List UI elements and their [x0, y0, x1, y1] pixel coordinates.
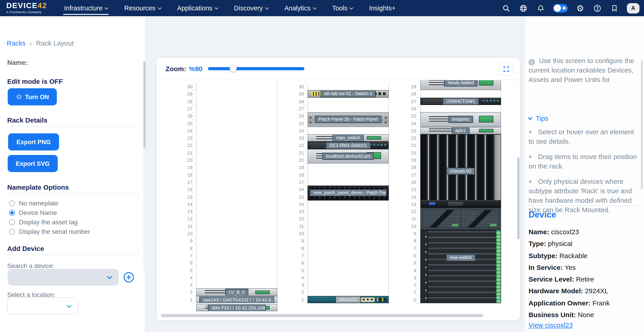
nav-item-tools[interactable]: Tools: [332, 0, 353, 16]
theme-toggle[interactable]: [553, 4, 568, 12]
rack-unit-tick: [416, 266, 420, 267]
rack-unit-tick: [192, 230, 195, 230]
rack-unit-label: 13: [294, 208, 304, 215]
rack-unit-tick: [192, 185, 195, 186]
rack-unit-tick: [416, 274, 420, 274]
rack-device-newly-added[interactable]: Newly Added: [420, 80, 501, 90]
rack-device-ups143-ga07g41017-10-42-6-125[interactable]: ups143 / GA07G41017 / 10.42.6.125: [196, 296, 277, 303]
rack-device-ibm-pdu-10-42-255-248[interactable]: IBM PDU / 10.42.255.248: [196, 304, 277, 312]
edit-mode-status: Edit mode is OFF: [7, 77, 63, 85]
rack-unit-label: 15: [406, 186, 416, 193]
canvas-vertical-scrollbar[interactable]: [517, 157, 520, 239]
device-nameplate: LV_B_0: [225, 289, 248, 296]
turn-on-button[interactable]: Turn ON: [8, 88, 57, 105]
nameplate-option-2[interactable]: Display the asset tag: [9, 219, 78, 226]
rack-unit-label: 25: [183, 120, 192, 127]
field-label: Service Level:: [528, 275, 576, 283]
add-device-plus-button[interactable]: [123, 271, 135, 283]
rack-unit-tick: [303, 222, 307, 223]
rack-device-mpo-switch[interactable]: mpo_switch: [308, 134, 389, 142]
search-icon[interactable]: [502, 3, 511, 13]
chevron-down-icon: [350, 6, 353, 9]
rack-unit-tick: [416, 252, 420, 252]
fullscreen-button[interactable]: [498, 61, 514, 77]
breadcrumb-racks-link[interactable]: Racks: [7, 39, 26, 47]
canvas-horizontal-scrollbar[interactable]: [161, 314, 483, 317]
field-label: Hardware Model:: [528, 287, 585, 295]
zoom-slider[interactable]: [208, 67, 304, 70]
logo-device-text: DEVICE: [6, 1, 38, 10]
rack-unit-tick: [303, 134, 307, 134]
rack-unit-tick: [303, 185, 307, 186]
select-location-select[interactable]: [7, 297, 78, 315]
rack-unit-label: 14: [406, 193, 416, 200]
panel-scrollbar-thumb[interactable]: [641, 60, 643, 189]
nav-item-analytics[interactable]: Analytics: [284, 0, 316, 16]
rack-unit-label: 2: [294, 289, 304, 296]
rack-device-chassis-02[interactable]: chassis-02: [420, 134, 501, 208]
rack-device-patch-panel-20-patch-panel[interactable]: Patch Panel 20 - Patch Panel: [308, 112, 389, 127]
nav-item-insights-[interactable]: Insights+: [369, 0, 396, 16]
rack-unit-tick: [416, 193, 420, 193]
device-field-type: Type: physical: [528, 238, 641, 250]
rack-unit-tick: [303, 164, 307, 164]
device-nameplate: IBM PDU / 10.42.255.248: [208, 304, 266, 311]
view-device-link[interactable]: View ciscoxl23: [528, 321, 573, 329]
rack-device-new-patch-panel-demo-patch-panel[interactable]: new_patch_panel_demo - Patch Panel: [308, 186, 389, 200]
rack-unit-tick: [416, 215, 420, 215]
settings-gear-icon[interactable]: ⚙: [576, 3, 585, 13]
rack-device-localhost-device42-pvt[interactable]: localhost.device42.pvt: [308, 149, 389, 164]
rack-unit-label: 15: [183, 193, 192, 200]
export-png-label: Export PNG: [16, 139, 51, 145]
device-fields: Name: ciscoxl23Type: physicalSubtype: Ra…: [528, 226, 641, 321]
rack-unit-label: 22: [406, 134, 416, 142]
rack-unit-label: 22: [294, 142, 304, 149]
top-nav: DEVICE42 A Freshworks Company Infrastruc…: [0, 0, 644, 16]
sidebar-scrollbar-thumb[interactable]: [144, 61, 146, 148]
rack-device-new-switch[interactable]: new-switch: [420, 230, 501, 303]
rack-unit-tick: [192, 244, 195, 245]
bookmark-icon[interactable]: [610, 3, 619, 13]
rack-unit-tick: [192, 266, 195, 267]
export-svg-button[interactable]: Export SVG: [8, 155, 58, 172]
rack-unit-label: 1: [183, 296, 192, 303]
tip-item-0: Select or hover over an element to see d…: [528, 127, 640, 146]
rack-device-apic1[interactable]: apic1: [420, 127, 501, 134]
globe-icon[interactable]: [519, 3, 528, 13]
search-device-select[interactable]: [8, 269, 118, 286]
help-icon[interactable]: [592, 3, 602, 13]
rack-unit-label: 8: [294, 244, 304, 252]
rack-device-dc1-rm1-switch1[interactable]: DC1-RM1-Switch1: [308, 142, 389, 149]
rack-device-lv-b-0[interactable]: LV_B_0: [196, 289, 277, 296]
rack-unit-label: 13: [183, 208, 192, 215]
nameplate-option-0[interactable]: No nameplate: [9, 200, 58, 207]
rack-unit-label: 9: [183, 237, 192, 245]
tip-text: Drag items to move their position on the…: [528, 153, 637, 170]
rack-unit-tick: [303, 119, 307, 120]
zoom-slider-thumb[interactable]: [229, 65, 236, 72]
rack-unit-tick: [303, 97, 307, 98]
nameplate-option-1[interactable]: Device Name: [9, 209, 57, 216]
device-nameplate: localhost.device42.pvt: [322, 153, 374, 160]
nav-item-resources[interactable]: Resources: [124, 0, 161, 16]
rack-unit-label: 25: [294, 120, 304, 127]
export-png-button[interactable]: Export PNG: [8, 133, 59, 150]
rack-unit-tick: [416, 237, 420, 237]
rack-device-wh-lab-sw-01-switch-4[interactable]: wh-lab-sw-01 - Switch 4: [308, 90, 389, 98]
rack-unit-label: 2: [406, 281, 416, 289]
avatar[interactable]: A: [627, 3, 640, 13]
nav-item-infrastructure[interactable]: Infrastructure: [64, 0, 108, 16]
rack-device-usnhctgw1[interactable]: USNHCTGW1: [420, 97, 501, 105]
tips-toggle[interactable]: Tips: [528, 114, 548, 122]
rack-device-testports[interactable]: testports: [420, 112, 501, 127]
rack-device-ciscoxl23[interactable]: ciscoxl23: [308, 296, 389, 303]
nav-item-discovery[interactable]: Discovery: [234, 0, 268, 16]
nameplate-option-3[interactable]: Display the serial number: [9, 228, 90, 235]
logo[interactable]: DEVICE42 A Freshworks Company: [6, 2, 47, 13]
breadcrumb-current: Rack Layout: [36, 39, 74, 47]
notifications-bell-icon[interactable]: [536, 3, 545, 13]
rack-frame-1: [196, 83, 277, 303]
rack-device[interactable]: [420, 208, 501, 230]
device-nameplate: DC1-RM1-Switch1: [326, 142, 370, 149]
nav-item-applications[interactable]: Applications: [177, 0, 218, 16]
